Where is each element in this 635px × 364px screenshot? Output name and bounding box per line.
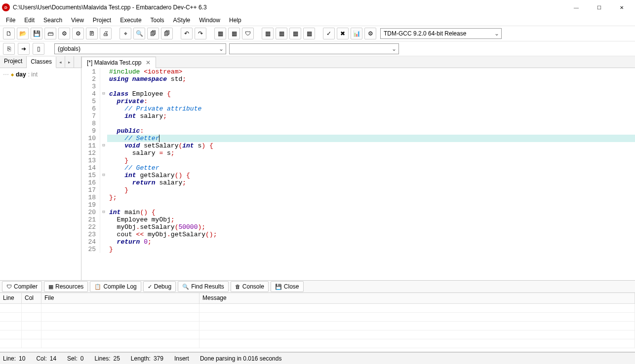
code-line[interactable]: 9 public: [81,127,635,135]
toolbar-button[interactable]: 🛡 [242,28,254,39]
toolbar-button[interactable]: ↷ [195,28,206,39]
tab-nav-prev[interactable]: ◂ [56,56,65,68]
col-file[interactable]: File [41,293,199,303]
toolbar-button[interactable]: 🔍 [133,28,145,39]
maximize-button[interactable]: ☐ [588,0,610,15]
tab-project[interactable]: Project [0,56,27,68]
menu-view[interactable]: View [67,16,88,25]
code-line[interactable]: 24 return 0; [81,238,635,246]
fold-icon[interactable]: ⊟ [100,209,107,216]
toolbar-button[interactable]: 🖹 [86,28,98,39]
code-line[interactable]: 11⊟ void setSalary(int s) { [81,142,635,149]
col-line[interactable]: Line [0,293,22,303]
table-row [0,339,635,348]
toolbar-button[interactable]: ▦ [214,28,226,39]
toolbar-button[interactable]: ✓ [323,28,335,39]
col-message[interactable]: Message [199,293,635,303]
menu-tools[interactable]: Tools [147,16,168,25]
toolbar-button[interactable]: ⚙ [58,28,70,39]
menu-execute[interactable]: Execute [116,16,145,25]
menubar: FileEditSearchViewProjectExecuteToolsASt… [0,15,635,26]
code-line[interactable]: 3 [81,83,635,90]
minimize-button[interactable]: — [565,0,588,15]
bookmark-button[interactable]: ▯ [33,43,44,55]
menu-file[interactable]: File [2,16,19,25]
code-line[interactable]: 14 // Getter [81,164,635,172]
toolbar-button[interactable]: 📊 [351,28,362,39]
code-line[interactable]: 13 } [81,157,635,164]
toolbar-button[interactable]: 🗐 [161,28,173,39]
code-line[interactable]: 5 private: [81,98,635,105]
toolbar-button[interactable]: ▦ [276,28,287,39]
tab-classes[interactable]: Classes [27,57,56,68]
output-tab-find-results[interactable]: 🔍Find Results [178,281,229,292]
code-line[interactable]: 12 salary = s; [81,149,635,157]
toolbar-button[interactable]: ✖ [337,28,349,39]
goto-button[interactable]: ➜ [18,43,30,55]
code-line[interactable]: 2using namespace std; [81,75,635,83]
menu-edit[interactable]: Edit [20,16,39,25]
toolbar-button[interactable]: ⌖ [119,28,131,39]
toolbar-button[interactable]: 💾 [31,28,42,39]
code-line[interactable]: 8 [81,120,635,127]
fold-icon [100,98,107,105]
debug-icon: ✓ [148,284,152,290]
code-line[interactable]: 21 Employee myObj; [81,216,635,223]
toolbar-button[interactable]: ▦ [303,28,315,39]
toolbar-button[interactable]: 🗃 [44,28,56,39]
menu-astyle[interactable]: AStyle [169,16,195,25]
fold-icon[interactable]: ⊟ [100,90,107,98]
code-line[interactable]: 18}; [81,194,635,201]
output-tab-console[interactable]: 🗑Console [231,281,269,292]
toolbar-button[interactable]: 📂 [17,28,29,39]
toolbar-button[interactable]: 🖨 [100,28,112,39]
toolbar-button[interactable]: ↶ [181,28,193,39]
menu-help[interactable]: Help [225,16,245,25]
close-tab-icon[interactable]: ✕ [146,59,151,67]
line-content: myObj.setSalary(50000); [107,223,635,231]
menu-window[interactable]: Window [195,16,224,25]
insert-button[interactable]: ⎘ [3,43,15,55]
code-line[interactable]: 19 [81,201,635,209]
code-line[interactable]: 17 } [81,186,635,194]
code-editor[interactable]: 1#include <iostream>2using namespace std… [81,68,635,280]
output-tab-resources[interactable]: ▦Resources [44,281,88,292]
code-line[interactable]: 22 myObj.setSalary(50000); [81,223,635,231]
fold-icon[interactable]: ⊟ [100,172,107,179]
menu-project[interactable]: Project [89,16,115,25]
code-line[interactable]: 15⊟ int getSalary() { [81,172,635,179]
code-line[interactable]: 25} [81,246,635,253]
toolbar-button[interactable]: 🗋 [3,28,15,39]
close-button[interactable]: ✕ [610,0,633,15]
symbol-selector[interactable] [229,43,399,54]
scope-selector[interactable]: (globals) [54,43,226,54]
code-line[interactable]: 16 return salary; [81,179,635,186]
class-tree[interactable]: ⋯ ◆ day : int [0,68,81,81]
tab-nav-next[interactable]: ▸ [65,56,74,68]
tree-node-name: day [16,71,26,78]
compiler-selector-value: TDM-GCC 9.2.0 64-bit Release [384,30,466,37]
code-line[interactable]: 1#include <iostream> [81,68,635,75]
output-tab-compiler[interactable]: 🛡Compiler [2,281,42,292]
menu-search[interactable]: Search [40,16,66,25]
code-line[interactable]: 23 cout << myObj.getSalary(); [81,231,635,238]
code-line[interactable]: 7 int salary; [81,112,635,120]
toolbar-button[interactable]: ⚙ [364,28,376,39]
col-col[interactable]: Col [22,293,41,303]
file-tab-malavida[interactable]: [*] Malavida Test.cpp ✕ [81,57,156,68]
toolbar-button[interactable]: ▦ [228,28,240,39]
output-tab-compile-log[interactable]: 📋Compile Log [90,281,141,292]
toolbar-button[interactable]: 🗐 [147,28,159,39]
output-tab-debug[interactable]: ✓Debug [143,281,176,292]
toolbar-button[interactable]: ▦ [289,28,301,39]
fold-icon[interactable]: ⊟ [100,142,107,149]
toolbar-button[interactable]: ▦ [262,28,274,39]
code-line[interactable]: 6 // Private attribute [81,105,635,112]
code-line[interactable]: 4⊟class Employee { [81,90,635,98]
toolbar-button[interactable]: ⚙ [72,28,84,39]
code-line[interactable]: 20⊟int main() { [81,209,635,216]
gutter: 12 [81,149,100,157]
compiler-selector[interactable]: TDM-GCC 9.2.0 64-bit Release [380,28,502,39]
output-tab-close[interactable]: 💾Close [271,281,304,292]
code-line[interactable]: 10 // Setter [81,135,635,142]
